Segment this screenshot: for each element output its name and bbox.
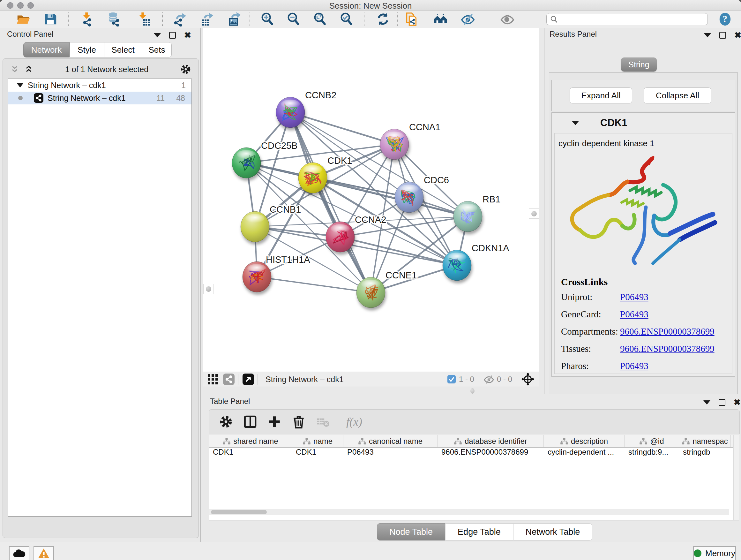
column-header-shared-name[interactable]: shared name: [209, 435, 292, 447]
horizontal-scrollbar[interactable]: [209, 509, 729, 515]
tab-select[interactable]: Select: [104, 42, 142, 57]
crosslink-link[interactable]: P06493: [620, 361, 649, 371]
collapse-panel-icon[interactable]: [704, 33, 711, 37]
collapse-panel-icon[interactable]: [703, 400, 711, 405]
close-panel-icon[interactable]: ✖: [734, 400, 741, 405]
delete-column-icon[interactable]: [291, 415, 306, 429]
crosslink-link[interactable]: P06493: [620, 292, 649, 302]
close-panel-icon[interactable]: ✖: [734, 33, 741, 38]
function-builder-button[interactable]: f(x): [340, 415, 368, 429]
delete-table-icon[interactable]: [316, 415, 330, 429]
network-collection-row[interactable]: String Network – cdk1 1: [8, 79, 192, 91]
float-panel-icon[interactable]: [169, 32, 176, 39]
scrollbar-thumb[interactable]: [211, 510, 267, 514]
section-expander-icon[interactable]: [571, 121, 579, 125]
node-CCNB1[interactable]: CCNB1: [241, 204, 301, 242]
zoom-in-button[interactable]: [259, 12, 276, 26]
selected-checkbox-icon[interactable]: [447, 374, 456, 384]
network-options-gear-icon[interactable]: [180, 64, 192, 75]
node-RB1[interactable]: RB1: [454, 194, 500, 232]
table-cell[interactable]: cyclin-dependent ...: [544, 448, 624, 458]
export-network-button[interactable]: [171, 12, 189, 26]
tree-expander-icon[interactable]: [17, 83, 23, 87]
node-CDC6[interactable]: CDC6: [395, 175, 449, 212]
table-cell[interactable]: 9606.ENSP00000378699: [437, 448, 544, 458]
table-cell[interactable]: CDK1: [292, 448, 343, 458]
tab-edge-table[interactable]: Edge Table: [445, 523, 513, 541]
show-birds-eye-button[interactable]: [498, 12, 516, 26]
edge-HIST1H1A-CCNE1[interactable]: [257, 277, 371, 293]
search-input[interactable]: [558, 14, 693, 24]
add-column-icon[interactable]: [267, 415, 282, 429]
zoom-fit-button[interactable]: [311, 12, 329, 26]
tab-style[interactable]: Style: [70, 42, 104, 57]
hide-graphics-details-button[interactable]: [459, 12, 477, 26]
save-session-button[interactable]: [42, 12, 59, 26]
crosslink-link[interactable]: P06493: [620, 309, 649, 320]
import-table-button[interactable]: [135, 12, 152, 26]
clone-network-button[interactable]: [403, 12, 421, 26]
table-settings-gear-icon[interactable]: [219, 415, 233, 429]
export-image-button[interactable]: [225, 12, 243, 26]
table-cell[interactable]: stringdb: [679, 448, 731, 458]
horizontal-splitter-handle[interactable]: [470, 388, 475, 394]
column-header-name[interactable]: name: [292, 435, 343, 447]
edge-CCNB2-CCNA1[interactable]: [290, 112, 394, 144]
column-header-namespac[interactable]: namespac: [679, 435, 731, 447]
help-button[interactable]: ?: [718, 12, 733, 26]
tab-string[interactable]: String: [621, 57, 657, 71]
crosslink-link[interactable]: 9606.ENSP00000378699: [620, 326, 715, 337]
tab-node-table[interactable]: Node Table: [377, 523, 445, 541]
home-networks-button[interactable]: [431, 12, 449, 26]
node-CCNA1[interactable]: CCNA1: [380, 122, 441, 160]
pan-crosshair-icon[interactable]: [522, 373, 534, 386]
column-header--id[interactable]: @id: [624, 435, 679, 447]
tab-network-table[interactable]: Network Table: [513, 523, 593, 541]
network-row[interactable]: String Network – cdk1 11 48: [8, 91, 192, 105]
expand-all-button[interactable]: Expand All: [569, 87, 632, 104]
expand-all-icon[interactable]: [24, 64, 33, 74]
node-CDKN1A[interactable]: CDKN1A: [443, 243, 509, 281]
right-splitter-handle[interactable]: [529, 208, 539, 219]
collapse-all-button[interactable]: Collapse All: [644, 87, 711, 104]
vertical-scrollbar[interactable]: [733, 435, 739, 520]
show-columns-icon[interactable]: [243, 415, 258, 429]
network-canvas[interactable]: CCNB2CCNA1CDC25BCDK1CDC6RB1CCNB1CCNA2CDK…: [203, 28, 539, 372]
table-row[interactable]: CDK1CDK1P064939606.ENSP00000378699cyclin…: [209, 448, 739, 458]
grid-view-icon[interactable]: [207, 373, 219, 385]
cloud-status-button[interactable]: [9, 546, 29, 560]
import-network-database-button[interactable]: [105, 12, 123, 26]
float-panel-icon[interactable]: [719, 399, 725, 406]
protein-section-header[interactable]: CDK1: [552, 113, 735, 133]
import-network-file-button[interactable]: [78, 12, 96, 26]
table-tabs: Node Table Edge Table Network Table: [377, 523, 592, 541]
close-panel-icon[interactable]: ✖: [184, 33, 191, 38]
export-table-button[interactable]: [198, 12, 216, 26]
tab-network[interactable]: Network: [23, 42, 70, 57]
edge-CCNB2-CCNE1[interactable]: [290, 112, 371, 293]
zoom-out-button[interactable]: [285, 12, 302, 26]
column-header-database-identifier[interactable]: database identifier: [437, 435, 544, 447]
detach-view-icon[interactable]: [242, 373, 254, 385]
warnings-button[interactable]: [33, 546, 54, 560]
node-CCNE1[interactable]: CCNE1: [356, 270, 417, 308]
hidden-eye-slash-icon[interactable]: [483, 374, 494, 385]
network-share-view-icon[interactable]: [223, 373, 235, 385]
collapse-all-icon[interactable]: [10, 64, 19, 74]
column-header-description[interactable]: description: [544, 435, 624, 447]
crosslink-link[interactable]: 9606.ENSP00000378699: [620, 344, 715, 354]
zoom-selected-button[interactable]: [338, 12, 355, 26]
search-box[interactable]: [546, 13, 708, 25]
float-panel-icon[interactable]: [719, 32, 726, 39]
collapse-panel-icon[interactable]: [154, 33, 161, 37]
node-HIST1H1A[interactable]: HIST1H1A: [243, 254, 310, 292]
table-cell[interactable]: stringdb:9...: [624, 448, 679, 458]
table-cell[interactable]: P06493: [343, 448, 437, 458]
left-splitter-handle[interactable]: [203, 284, 213, 294]
column-header-canonical-name[interactable]: canonical name: [343, 435, 437, 447]
open-session-button[interactable]: [14, 12, 32, 26]
memory-button[interactable]: Memory: [693, 546, 736, 560]
table-cell[interactable]: CDK1: [209, 448, 292, 458]
refresh-layout-button[interactable]: [374, 12, 392, 26]
tab-sets[interactable]: Sets: [142, 42, 172, 57]
